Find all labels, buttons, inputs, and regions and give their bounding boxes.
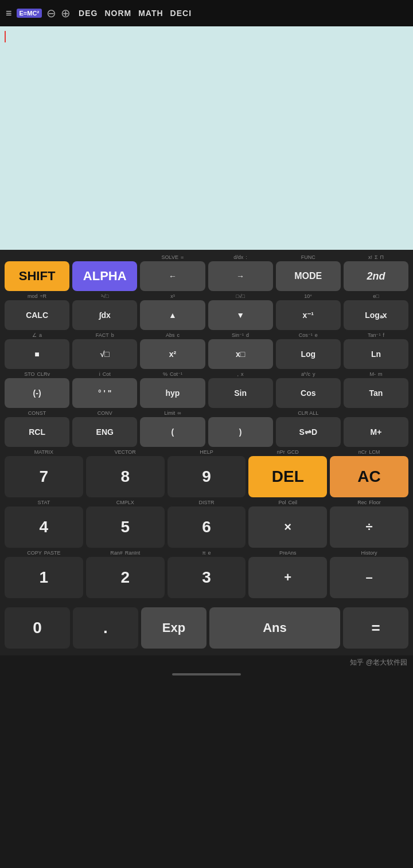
six-secondary: DISTR (167, 500, 246, 506)
up-arrow-button[interactable]: ▲ (140, 300, 205, 330)
sqrt-wrapper: FACT b √□ (72, 332, 137, 369)
mplus-button[interactable]: M+ (344, 417, 408, 447)
seven-button[interactable]: 7 (5, 456, 83, 497)
hyp-wrapper: % Cot⁻¹ hyp (140, 371, 205, 408)
ac-button[interactable]: AC (330, 456, 408, 497)
logax-secondary: e□ (344, 293, 408, 300)
three-secondary: π e (167, 550, 246, 557)
hyp-secondary: % Cot⁻¹ (140, 371, 205, 378)
equals-label: = (181, 254, 184, 261)
std-button[interactable]: S⇌D (276, 417, 341, 447)
history-label: History (361, 550, 377, 557)
nine-wrapper: HELP 9 (167, 449, 246, 497)
xbox-button[interactable]: x□ (208, 339, 273, 369)
eng-wrapper: CONV ENG (72, 410, 137, 447)
lcm-label: LCM (369, 449, 380, 456)
mod-label: mod (28, 293, 38, 300)
integral-button[interactable]: ∫dx (72, 300, 137, 330)
log-button[interactable]: Log (276, 339, 341, 369)
dms-button[interactable]: ° ' " (72, 378, 137, 408)
logax-button[interactable]: Logₐx (344, 300, 408, 330)
eight-wrapper: VECTOR 8 (86, 449, 165, 497)
exp-wrapper: Exp (141, 600, 206, 649)
rcl-secondary: CONST (5, 410, 69, 417)
arrow-right-button[interactable]: → (208, 261, 273, 291)
two-button[interactable]: 2 (86, 557, 165, 598)
xinv-button[interactable]: x⁻¹ (276, 300, 341, 330)
nine-secondary: HELP (167, 449, 246, 456)
sin-button[interactable]: Sin (208, 378, 273, 408)
ln-button[interactable]: Ln (344, 339, 408, 369)
frac-button[interactable]: ■ (5, 339, 69, 369)
mode-deci: DECI (170, 9, 192, 18)
eng-button[interactable]: ENG (72, 417, 137, 447)
eight-button[interactable]: 8 (86, 456, 165, 497)
minus-circle-icon[interactable]: ⊖ (46, 6, 56, 20)
f-label: f (383, 332, 384, 339)
hyp-button[interactable]: hyp (140, 378, 205, 408)
multiply-button[interactable]: × (248, 506, 327, 548)
ncr-label: nCr (359, 449, 367, 456)
one-button[interactable]: 1 (5, 557, 83, 598)
row-0: 0 . Exp Ans = (5, 600, 408, 649)
ans-secondary (209, 600, 340, 607)
one-wrapper: COPY PASTE 1 (5, 550, 83, 598)
four-button[interactable]: 4 (5, 506, 83, 548)
del-button[interactable]: DEL (248, 456, 327, 497)
equals-button[interactable]: = (343, 607, 408, 649)
y-label: y (313, 371, 315, 378)
emc2-icon[interactable]: E=MC² (17, 9, 42, 18)
cos-button[interactable]: Cos (276, 378, 341, 408)
dot-button[interactable]: . (73, 607, 138, 649)
x2-secondary: Abs c (140, 332, 205, 339)
plus-button[interactable]: + (248, 557, 327, 598)
open-paren-button[interactable]: ( (140, 417, 205, 447)
cos-secondary: aᵇ/c y (276, 371, 341, 378)
neg-button[interactable]: (-) (5, 378, 69, 408)
six-button[interactable]: 6 (167, 506, 246, 548)
five-button[interactable]: 5 (86, 506, 165, 548)
preans-label: PreAns (279, 550, 297, 557)
mode-secondary: FUNC (276, 254, 341, 261)
menu-icon[interactable]: ≡ (6, 7, 12, 19)
rcl-wrapper: CONST RCL (5, 410, 69, 447)
colon-label: : (246, 254, 247, 261)
shift-button[interactable]: SHIFT (5, 261, 69, 291)
alpha-button[interactable]: ALPHA (72, 261, 137, 291)
exp-button[interactable]: Exp (141, 607, 206, 649)
copy-label: COPY (27, 550, 42, 557)
three-button[interactable]: 3 (167, 557, 246, 598)
divide-secondary: Rec Floor (330, 500, 408, 506)
mode-labels: DEG NORM MATH DECI (79, 9, 192, 18)
tenx-label: 10ˣ (304, 293, 312, 300)
divide-button[interactable]: ÷ (330, 506, 408, 548)
rcl-button[interactable]: RCL (5, 417, 69, 447)
cbrt-label: ³√□ (101, 293, 108, 300)
alpha-secondary (72, 254, 137, 261)
nine-button[interactable]: 9 (167, 456, 246, 497)
calc-button[interactable]: CALC (5, 300, 69, 330)
plus-circle-icon[interactable]: ⊕ (61, 6, 71, 20)
zero-button[interactable]: 0 (5, 607, 70, 649)
cot-label: Cot (103, 371, 111, 378)
xbox-secondary: Sin⁻¹ d (208, 332, 273, 339)
mode-deg: DEG (79, 9, 98, 18)
pol-label: Pol (279, 500, 286, 506)
close-paren-button[interactable]: ) (208, 417, 273, 447)
arrow-left-button[interactable]: ← (140, 261, 205, 291)
down-arrow-button[interactable]: ▼ (208, 300, 273, 330)
mode-button[interactable]: MODE (276, 261, 341, 291)
minus-button[interactable]: – (330, 557, 408, 598)
ac-secondary: nCr LCM (330, 449, 408, 456)
tan-wrapper: M- m Tan (344, 371, 408, 408)
sqrt-button[interactable]: √□ (72, 339, 137, 369)
sigma-label: Σ (375, 254, 378, 261)
frac-wrapper: ∠ a ■ (5, 332, 69, 369)
arrow-left-wrapper: SOLVE = ← (140, 254, 205, 291)
tan-button[interactable]: Tan (344, 378, 408, 408)
ans-button[interactable]: Ans (209, 607, 340, 649)
x2-button[interactable]: x² (140, 339, 205, 369)
x2-wrapper: Abs c x² (140, 332, 205, 369)
2nd-button[interactable]: 2nd (344, 261, 408, 291)
del-wrapper: nPr GCD DEL (248, 449, 327, 497)
